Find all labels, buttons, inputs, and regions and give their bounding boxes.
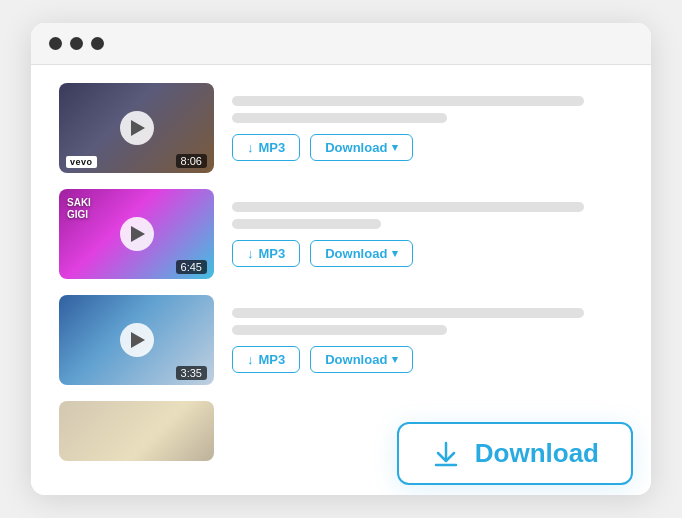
chevron-icon-2: ▾ — [392, 247, 398, 260]
item-info-1: ↓ MP3 Download ▾ — [232, 96, 623, 161]
skeleton-sub-1 — [232, 113, 447, 123]
mp3-button-3[interactable]: ↓ MP3 — [232, 346, 300, 373]
chevron-icon-1: ▾ — [392, 141, 398, 154]
video-item-2: SAKIGIGI 6:45 ↓ MP3 Download ▾ — [59, 189, 623, 279]
mp3-button-1[interactable]: ↓ MP3 — [232, 134, 300, 161]
saki-label: SAKIGIGI — [67, 197, 91, 221]
duration-3: 3:35 — [176, 366, 207, 380]
download-button-3[interactable]: Download ▾ — [310, 346, 413, 373]
big-download-label: Download — [475, 438, 599, 469]
action-row-2: ↓ MP3 Download ▾ — [232, 240, 623, 267]
play-button-1[interactable] — [120, 111, 154, 145]
play-icon-3 — [131, 332, 145, 348]
item-info-2: ↓ MP3 Download ▾ — [232, 202, 623, 267]
play-icon-2 — [131, 226, 145, 242]
titlebar-dot-2 — [70, 37, 83, 50]
duration-1: 8:06 — [176, 154, 207, 168]
download-svg-icon — [431, 439, 461, 469]
mp3-arrow-icon-3: ↓ — [247, 352, 254, 367]
video-item-3: 3:35 ↓ MP3 Download ▾ — [59, 295, 623, 385]
action-row-3: ↓ MP3 Download ▾ — [232, 346, 623, 373]
duration-2: 6:45 — [176, 260, 207, 274]
mp3-arrow-icon-1: ↓ — [247, 140, 254, 155]
skeleton-title-3 — [232, 308, 584, 318]
skeleton-sub-3 — [232, 325, 447, 335]
mp3-label-3: MP3 — [259, 352, 286, 367]
download-button-1[interactable]: Download ▾ — [310, 134, 413, 161]
download-label-2: Download — [325, 246, 387, 261]
download-label-3: Download — [325, 352, 387, 367]
download-label-1: Download — [325, 140, 387, 155]
item-info-3: ↓ MP3 Download ▾ — [232, 308, 623, 373]
play-button-2[interactable] — [120, 217, 154, 251]
thumbnail-1: vevo 8:06 — [59, 83, 214, 173]
mp3-label-2: MP3 — [259, 246, 286, 261]
big-download-button[interactable]: Download — [397, 422, 633, 485]
mp3-arrow-icon-2: ↓ — [247, 246, 254, 261]
download-button-2[interactable]: Download ▾ — [310, 240, 413, 267]
thumbnail-3: 3:35 — [59, 295, 214, 385]
vevo-badge: vevo — [66, 156, 97, 168]
thumbnail-4 — [59, 401, 214, 461]
titlebar-dot-1 — [49, 37, 62, 50]
mp3-button-2[interactable]: ↓ MP3 — [232, 240, 300, 267]
video-item-1: vevo 8:06 ↓ MP3 Download ▾ — [59, 83, 623, 173]
thumbnail-2: SAKIGIGI 6:45 — [59, 189, 214, 279]
browser-content: vevo 8:06 ↓ MP3 Download ▾ — [31, 65, 651, 495]
skeleton-title-1 — [232, 96, 584, 106]
titlebar-dot-3 — [91, 37, 104, 50]
big-download-icon — [431, 439, 461, 469]
mp3-label-1: MP3 — [259, 140, 286, 155]
browser-window: vevo 8:06 ↓ MP3 Download ▾ — [31, 23, 651, 495]
chevron-icon-3: ▾ — [392, 353, 398, 366]
browser-titlebar — [31, 23, 651, 65]
skeleton-sub-2 — [232, 219, 381, 229]
play-icon-1 — [131, 120, 145, 136]
play-button-3[interactable] — [120, 323, 154, 357]
skeleton-title-2 — [232, 202, 584, 212]
action-row-1: ↓ MP3 Download ▾ — [232, 134, 623, 161]
